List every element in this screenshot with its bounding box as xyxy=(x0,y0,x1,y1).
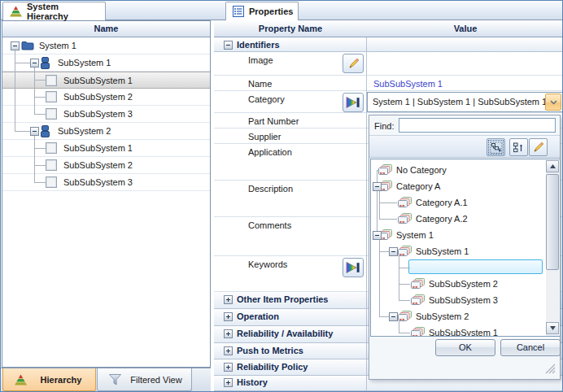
app-window: System Hierarchy Properties Name System … xyxy=(0,0,563,392)
properties-list-icon xyxy=(233,6,244,17)
box-icon xyxy=(46,142,57,154)
expander-minus[interactable] xyxy=(389,312,398,321)
section-label: Operation xyxy=(237,311,279,321)
expander-minus[interactable] xyxy=(389,247,398,256)
box-icon xyxy=(46,108,57,120)
tree-connector-line xyxy=(34,148,46,149)
expander-minus[interactable] xyxy=(373,182,382,191)
tree-connector-line xyxy=(379,316,389,317)
tree-row[interactable]: System 1 xyxy=(2,37,210,54)
tree-row-label: System 1 xyxy=(39,41,76,51)
tree-row-label: SubSystem 1 xyxy=(416,246,469,257)
scrollbar-thumb[interactable] xyxy=(546,174,559,270)
category-tree: No CategoryCategory ACategory A.1Categor… xyxy=(370,159,561,337)
tab-properties[interactable]: Properties xyxy=(225,2,299,20)
section-row[interactable]: Identifiers xyxy=(214,39,563,52)
tab-filtered-view[interactable]: Filtered View xyxy=(97,368,192,391)
expander-plus[interactable] xyxy=(224,329,233,338)
property-label: Name xyxy=(248,79,272,89)
stack-icon xyxy=(40,125,50,137)
category-item-icon xyxy=(398,246,412,257)
tree-row-label: SubSubSystem 1 xyxy=(63,76,133,86)
expander-plus[interactable] xyxy=(224,295,233,304)
branch-expand-button[interactable] xyxy=(487,138,505,156)
dropdown-button[interactable] xyxy=(545,94,561,111)
category-icon xyxy=(345,261,361,274)
tree-connector-line xyxy=(399,268,410,268)
category-item-icon xyxy=(398,213,412,224)
tree-row-label: SubSubSystem 3 xyxy=(63,177,133,188)
tab-hierarchy[interactable]: Hierarchy xyxy=(2,368,96,391)
category-icon xyxy=(345,96,361,109)
expander-minus[interactable] xyxy=(224,41,233,50)
funnel-icon xyxy=(109,374,121,385)
tree-row[interactable]: Category A xyxy=(371,178,546,194)
tree-row-label: SubSystem 2 xyxy=(58,126,111,137)
property-row[interactable]: Image xyxy=(214,52,563,76)
category-button[interactable] xyxy=(343,93,364,112)
branch-collapse-button[interactable] xyxy=(509,138,528,156)
ok-button[interactable]: OK xyxy=(435,339,495,356)
property-row[interactable]: CategorySystem 1 | SubSystem 1 | SubSubS… xyxy=(214,91,563,113)
section-label: History xyxy=(237,377,268,387)
category-item-icon xyxy=(411,327,426,337)
section-label: Push to Metrics xyxy=(237,346,303,355)
scroll-down-button[interactable] xyxy=(546,322,559,334)
tree-connector-line xyxy=(15,63,30,63)
tab-filtered-view-label: Filtered View xyxy=(130,375,181,385)
tree-row[interactable]: SubSubSystem 1 xyxy=(371,324,546,337)
tree-row-label: SubSubSystem 3 xyxy=(63,109,133,120)
expander-plus[interactable] xyxy=(224,378,233,387)
pencil-icon xyxy=(532,142,544,154)
scroll-up-button[interactable] xyxy=(546,160,559,172)
tree-connector-line xyxy=(379,251,389,252)
property-label: Keywords xyxy=(248,259,287,269)
category-item-icon xyxy=(411,278,426,290)
branch-collapse-icon xyxy=(513,142,525,154)
tab-hierarchy-label: Hierarchy xyxy=(41,375,82,385)
tree-connector-line xyxy=(377,170,378,235)
tree-connector-line xyxy=(34,67,35,114)
box-icon xyxy=(46,159,57,171)
find-label: Find: xyxy=(374,121,394,131)
tree-row[interactable]: No Category xyxy=(371,162,546,178)
tree-row[interactable]: SubSubSystem 3 xyxy=(371,292,546,308)
pencil-button[interactable] xyxy=(343,54,364,73)
tree-row[interactable]: SubSubSystem 2 xyxy=(371,276,546,292)
property-label: Category xyxy=(248,94,285,104)
popup-toolbar xyxy=(369,135,560,158)
tree-row-label: Category A.1 xyxy=(416,198,468,208)
category-item-icon xyxy=(378,164,393,176)
expander-plus[interactable] xyxy=(224,312,233,321)
tree-connector-line xyxy=(399,320,399,333)
scrollbar[interactable] xyxy=(546,160,559,336)
expander-plus[interactable] xyxy=(224,346,233,355)
category-value-editor[interactable]: System 1 | SubSystem 1 | SubSubSystem 1 xyxy=(367,92,563,112)
tree-connector-line xyxy=(379,219,397,220)
category-button[interactable] xyxy=(343,258,364,277)
tree-row[interactable]: Category A.1 xyxy=(371,194,546,211)
expander-minus[interactable] xyxy=(30,127,39,136)
tree-row[interactable]: Category A.2 xyxy=(371,211,546,227)
selected-item-highlight xyxy=(408,259,543,274)
property-label: Supplier xyxy=(248,132,281,142)
tree-row[interactable]: System 1 xyxy=(371,227,546,243)
tree-row-label: Category A.2 xyxy=(416,214,468,224)
name-column-header: Name xyxy=(2,21,210,37)
tab-system-hierarchy[interactable]: System Hierarchy xyxy=(2,2,106,20)
find-input[interactable] xyxy=(399,118,556,133)
tree-connector-line xyxy=(399,300,410,301)
resize-grip[interactable] xyxy=(544,364,556,374)
property-row[interactable]: NameSubSubSystem 1 xyxy=(214,76,563,91)
tree-row-label: SubSubSystem 2 xyxy=(429,279,498,290)
tree-connector-line xyxy=(399,333,410,333)
tree-connector-line xyxy=(34,97,46,98)
pencil-button[interactable] xyxy=(529,138,548,156)
expander-minus[interactable] xyxy=(30,59,39,68)
expander-minus[interactable] xyxy=(11,41,20,50)
tree-row-label: SubSystem 1 xyxy=(58,58,111,68)
expander-minus[interactable] xyxy=(373,231,382,240)
tree-row-label: SubSystem 2 xyxy=(416,311,469,322)
cancel-button[interactable]: Cancel xyxy=(500,339,561,356)
expander-plus[interactable] xyxy=(224,363,233,372)
